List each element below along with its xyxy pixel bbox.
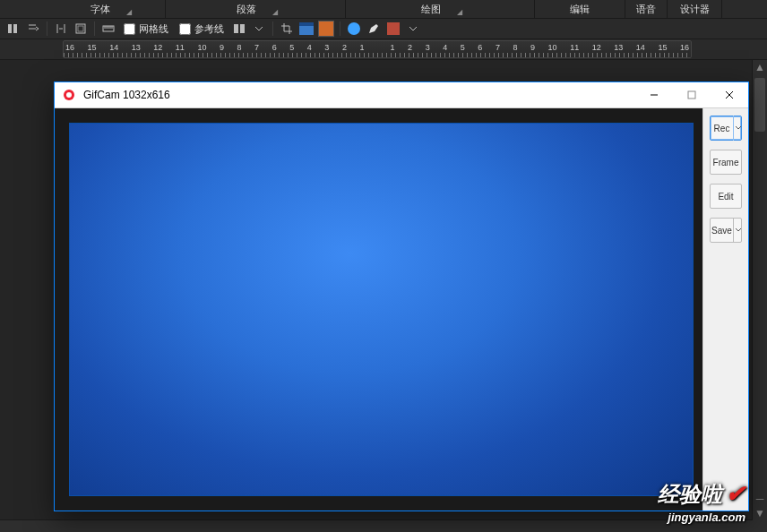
guides-label: 参考线	[194, 22, 224, 36]
rec-dropdown[interactable]	[733, 116, 742, 141]
edit-label: Edit	[711, 192, 741, 202]
ruler-number: 10	[548, 43, 557, 52]
gifcam-titlebar[interactable]: GifCam 1032x616	[55, 82, 748, 108]
ruler-number: 9	[220, 43, 224, 52]
svg-rect-0	[8, 24, 12, 33]
separator	[94, 21, 95, 36]
ruler-icon	[102, 22, 115, 35]
gridlines-input[interactable]	[124, 23, 135, 35]
ribbon-group-label: 段落	[229, 3, 263, 16]
svg-rect-3	[78, 26, 83, 31]
frame-button[interactable]: Frame	[710, 150, 742, 175]
maximize-button[interactable]	[673, 82, 711, 107]
spacing-icon	[55, 22, 67, 35]
toolbar-btn-columns[interactable]	[231, 21, 247, 37]
layout-icon	[233, 22, 246, 35]
scrollbar-thumb[interactable]	[754, 78, 765, 132]
ribbon-group-label: 设计器	[673, 3, 717, 16]
dialog-launcher-icon[interactable]: ◢	[265, 0, 281, 18]
toolbar-btn-color2[interactable]	[318, 21, 334, 37]
vertical-scrollbar[interactable]: ▲ ─ ▼	[752, 60, 767, 520]
ribbon-group-font[interactable]: 字体 ◢	[54, 0, 166, 18]
save-dropdown[interactable]	[733, 218, 742, 243]
gridlines-checkbox[interactable]: 网格线	[120, 22, 172, 36]
ruler-number: 6	[272, 43, 277, 52]
svg-rect-6	[240, 24, 245, 33]
toolbar: 网格线 参考线	[0, 19, 767, 39]
ruler-number: 1	[391, 43, 395, 52]
chevron-down-icon	[736, 125, 741, 131]
ribbon-group-label: 编辑	[563, 3, 597, 16]
minimize-icon	[650, 90, 659, 99]
ruler-number: 15	[88, 43, 97, 52]
red-swatch-icon	[387, 22, 400, 35]
toolbar-btn-record[interactable]	[346, 21, 362, 37]
split-handle-icon[interactable]: ─	[753, 492, 767, 506]
separator	[272, 21, 273, 36]
ruler-number: 2	[342, 43, 347, 52]
toolbar-btn-ruler[interactable]	[100, 21, 116, 37]
ruler-number: 16	[65, 43, 74, 52]
orange-swatch-icon	[318, 21, 334, 37]
svg-rect-8	[299, 22, 314, 26]
horizontal-ruler[interactable]: 1615141312111098765432112345678910111213…	[63, 40, 692, 58]
close-button[interactable]	[711, 82, 748, 107]
crop-icon	[280, 22, 293, 35]
pencil-icon	[367, 22, 380, 35]
columns-icon	[7, 22, 20, 35]
toolbar-btn-color1[interactable]	[298, 21, 315, 37]
scrollbar-corner	[753, 520, 767, 532]
ruler-number: 13	[132, 43, 141, 52]
gifcam-title: GifCam 1032x616	[83, 89, 170, 101]
ribbon-group-edit[interactable]: 编辑	[535, 0, 625, 18]
gridlines-label: 网格线	[139, 22, 168, 36]
edit-button[interactable]: Edit	[710, 184, 742, 209]
ruler-numbers: 1615141312111098765432112345678910111213…	[64, 41, 691, 52]
guides-input[interactable]	[179, 23, 191, 35]
ruler-number: 6	[478, 43, 482, 52]
gifcam-window: GifCam 1032x616 Rec	[54, 82, 749, 511]
ruler-number: 2	[408, 43, 412, 52]
ruler-number: 14	[636, 43, 645, 52]
ruler-number: 11	[176, 43, 185, 52]
toolbar-btn-2[interactable]	[25, 21, 41, 37]
toolbar-btn-crop[interactable]	[279, 21, 295, 37]
guides-checkbox[interactable]: 参考线	[176, 22, 228, 36]
toolbar-btn-sq[interactable]	[385, 21, 401, 37]
gifcam-side-panel: Rec Frame Edit Save	[702, 108, 748, 511]
ruler-number: 3	[324, 43, 329, 52]
ruler-number: 13	[614, 43, 623, 52]
toolbar-btn-1[interactable]	[5, 21, 22, 37]
toolbar-btn-4[interactable]	[73, 21, 89, 37]
toolbar-btn-dropdown[interactable]	[251, 21, 267, 37]
ruler-number: 11	[570, 43, 579, 52]
ribbon-group-paragraph[interactable]: 段落 ◢	[166, 0, 346, 18]
save-button[interactable]: Save	[710, 218, 742, 243]
toolbar-btn-overflow[interactable]	[405, 21, 421, 37]
gifcam-capture-area	[55, 108, 702, 511]
maximize-icon	[687, 90, 696, 99]
gifcam-canvas	[69, 123, 694, 496]
ruler-number: 12	[592, 43, 601, 52]
dialog-launcher-icon[interactable]: ◢	[119, 0, 135, 18]
dialog-launcher-icon[interactable]: ◢	[450, 0, 466, 18]
minimize-button[interactable]	[635, 82, 673, 107]
toolbar-btn-3[interactable]	[53, 21, 69, 37]
ruler-number: 8	[513, 43, 517, 52]
horizontal-scrollbar[interactable]	[0, 519, 753, 532]
ruler-number: 7	[254, 43, 259, 52]
scroll-down-icon[interactable]: ▼	[753, 506, 767, 520]
ribbon-group-draw[interactable]: 绘图 ◢	[346, 0, 535, 18]
ruler-number: 12	[153, 43, 162, 52]
frame-label: Frame	[711, 158, 741, 167]
toolbar-btn-pencil[interactable]	[366, 21, 382, 37]
ruler-number: 5	[461, 43, 465, 52]
ribbon-group-designer[interactable]: 设计器	[668, 0, 722, 18]
ribbon-group-voice[interactable]: 语音	[625, 0, 668, 18]
document-area: ▲ ─ ▼ GifCam 1032x616	[0, 60, 767, 532]
ribbon-group-label: 语音	[629, 3, 663, 16]
rec-button[interactable]: Rec	[710, 116, 742, 141]
scroll-up-icon[interactable]: ▲	[753, 60, 767, 74]
ruler-area: 1615141312111098765432112345678910111213…	[0, 39, 767, 60]
ruler-number: 10	[197, 43, 206, 52]
